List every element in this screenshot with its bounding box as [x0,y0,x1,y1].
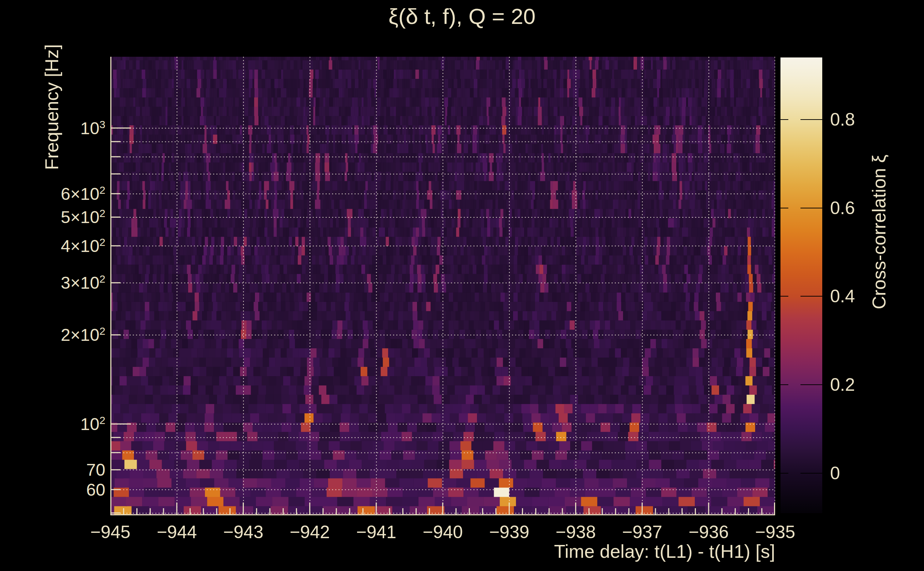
colorbar-gradient [780,57,822,513]
y-tick-label: 5×102 [61,207,105,227]
colorbar-tick-label: 0 [830,463,840,483]
x-tick-label: −940 [423,522,463,542]
y-axis-title: Frequency [Hz] [41,44,62,170]
y-tick-label: 103 [80,118,105,138]
x-tick-label: −941 [356,522,396,542]
x-tick-label: −935 [755,522,796,542]
colorbar-tick-mark [780,296,788,296]
colorbar-title: Cross-correlation ξ [868,154,890,309]
colorbar-tick-mark [780,473,788,474]
x-tick-label: −939 [489,522,530,542]
colorbar-tick-mark [780,119,788,120]
colorbar-tick-label: 0.6 [830,198,855,218]
colorbar-tick-label: 0.8 [830,109,855,130]
colorbar-tick-label: 0.4 [830,286,855,307]
y-tick-label: 60 [87,480,105,499]
y-tick-label: 6×102 [61,184,105,204]
x-tick-label: −944 [157,522,197,542]
x-tick-label: −943 [223,522,264,542]
x-tick-label: −945 [90,522,131,542]
x-tick-label: −938 [556,522,596,542]
colorbar-tick-mark [780,208,788,208]
colorbar-tick-mark [800,296,822,296]
x-tick-label: −936 [688,522,729,542]
x-tick-label: −937 [622,522,662,542]
y-tick-label: 4×102 [61,236,105,256]
heatmap-canvas [110,57,775,515]
colorbar-tick-mark [800,208,822,208]
chart-title: ξ(δ t, f), Q = 20 [388,3,536,29]
colorbar-tick-label: 0.2 [830,374,855,395]
x-axis-title: Time delay: t(L1) - t(H1) [s] [554,541,775,562]
colorbar-tick-mark [780,384,788,385]
y-tick-label: 2×102 [61,325,105,345]
x-tick-label: −942 [290,522,330,542]
y-tick-label: 102 [80,414,105,434]
colorbar-tick-mark [800,119,822,120]
colorbar-tick-mark [800,384,822,385]
figure: ξ(δ t, f), Q = 20 Frequency [Hz] 1036×10… [0,0,924,571]
colorbar-tick-mark [800,473,822,474]
y-tick-label: 70 [87,460,105,480]
y-tick-label: 3×102 [61,273,105,293]
